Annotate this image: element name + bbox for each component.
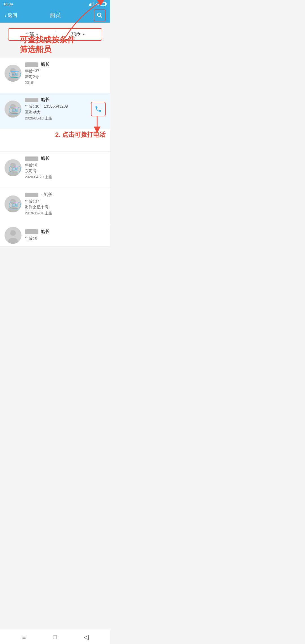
crew-ship: 东海号 (25, 169, 106, 174)
crew-ship: 互海动力 (25, 110, 89, 115)
crew-info: 船长 年龄: 0 (25, 229, 106, 242)
status-badge: 在船 (9, 202, 21, 208)
svg-rect-6 (100, 3, 105, 5)
filter-bar: 全部 ▼ 职位 ▼ (8, 28, 102, 41)
crew-name-blur (25, 98, 38, 102)
filter-all-label: 全部 (25, 32, 34, 38)
crew-name-blur (25, 156, 38, 161)
list-item[interactable]: 在船 船长 年龄: 0 东海号 2020-04-29 上船 (0, 152, 110, 188)
svg-point-7 (97, 13, 101, 16)
status-badge: 在船 (9, 166, 21, 172)
list-item[interactable]: 船长 年龄: 0 (0, 224, 110, 247)
avatar-icon (8, 229, 18, 244)
crew-name-role: 船长 (25, 97, 89, 103)
back-chevron: ‹ (5, 12, 6, 19)
status-icons: 46 (89, 2, 107, 6)
list-item[interactable]: 在船 - 船长 年龄: 37 海洋之星十号 2019-12-01 上船 (0, 188, 110, 224)
status-time: 16:39 (3, 2, 13, 6)
back-label: 返回 (8, 12, 17, 19)
crew-ship: 新海2号 (25, 75, 106, 80)
crew-name-blur (25, 229, 38, 234)
chevron-down-icon-2: ▼ (82, 33, 85, 36)
status-badge: 在船 (9, 71, 21, 78)
status-badge: 在船 (9, 107, 21, 114)
crew-role: 船长 (41, 97, 50, 103)
crew-age: 年龄: 37 (25, 69, 106, 74)
crew-info: 船长 年龄: 37 新海2号 2019- (25, 62, 106, 85)
crew-date: 2020-04-29 上船 (25, 175, 106, 180)
network-label: 46 (95, 2, 99, 6)
filter-position[interactable]: 职位 ▼ (55, 32, 102, 38)
crew-age: 年龄: 37 (25, 199, 106, 204)
chevron-down-icon: ▼ (36, 33, 39, 36)
svg-line-8 (101, 16, 102, 18)
crew-name-blur (25, 62, 38, 67)
crew-role: - 船长 (41, 192, 53, 198)
crew-list: 在船 船长 年龄: 37 新海2号 2019- 在船 (0, 58, 110, 247)
svg-point-18 (8, 238, 18, 244)
search-icon (96, 12, 103, 19)
filter-all[interactable]: 全部 ▼ (8, 32, 55, 38)
crew-ship: 海洋之星十号 (25, 205, 106, 210)
list-item[interactable]: 在船 船长 年龄: 30 13585643289 互海动力 2020-05-13… (0, 93, 110, 129)
svg-rect-5 (106, 3, 107, 5)
crew-role: 船长 (41, 229, 50, 235)
crew-age-phone: 年龄: 30 13585643289 (25, 104, 89, 109)
crew-role: 船长 (41, 156, 50, 162)
list-item[interactable]: 在船 船长 年龄: 37 新海2号 2019- (0, 58, 110, 93)
avatar (5, 227, 21, 244)
svg-rect-1 (90, 3, 91, 6)
search-button[interactable] (94, 9, 106, 21)
crew-name-role: - 船长 (25, 192, 106, 198)
crew-name-role: 船长 (25, 229, 106, 235)
crew-name-blur (25, 193, 38, 197)
crew-date: 2019- (25, 80, 106, 85)
crew-age: 年龄: 0 (25, 236, 106, 241)
status-bar: 16:39 46 (0, 0, 110, 8)
crew-info: 船长 年龄: 30 13585643289 互海动力 2020-05-13 上船 (25, 97, 89, 121)
crew-date: 2019-12-01 上船 (25, 211, 106, 216)
signal-icon (89, 2, 94, 6)
crew-role: 船长 (41, 62, 50, 68)
filter-section: 全部 ▼ 职位 ▼ (0, 23, 110, 41)
call-button[interactable] (91, 102, 106, 116)
battery-icon (100, 2, 107, 6)
crew-name-role: 船长 (25, 156, 106, 162)
crew-info: - 船长 年龄: 37 海洋之星十号 2019-12-01 上船 (25, 192, 106, 216)
call-button-wrap: 2. 点击可拨打电话 (89, 102, 106, 116)
crew-age: 年龄: 0 (25, 163, 106, 168)
back-button[interactable]: ‹ 返回 (5, 12, 17, 19)
annotation-spacer (0, 129, 110, 152)
header: ‹ 返回 船员 (0, 8, 110, 23)
page-title: 船员 (17, 12, 94, 19)
filter-position-label: 职位 (71, 32, 80, 38)
svg-rect-3 (93, 2, 93, 6)
crew-info: 船长 年龄: 0 东海号 2020-04-29 上船 (25, 156, 106, 180)
svg-rect-0 (89, 4, 90, 6)
svg-rect-2 (91, 3, 92, 6)
crew-name-role: 船长 (25, 62, 106, 68)
crew-date: 2020-05-13 上船 (25, 116, 89, 121)
phone-icon (95, 105, 102, 113)
svg-point-17 (10, 230, 16, 236)
